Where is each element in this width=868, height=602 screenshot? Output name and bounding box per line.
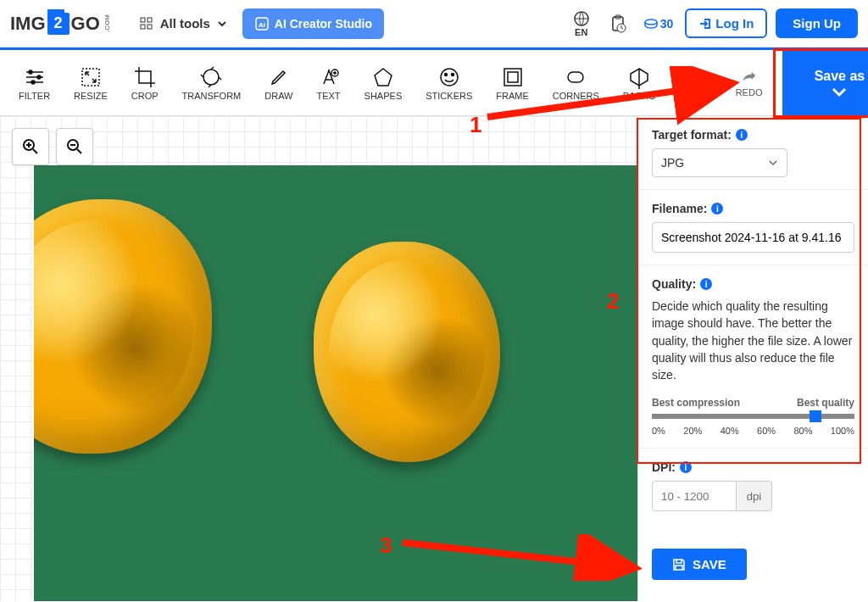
image-content	[314, 242, 500, 462]
credits-counter[interactable]: 30	[644, 17, 674, 31]
clipboard-history-button[interactable]	[600, 7, 637, 41]
globe-icon	[573, 10, 590, 27]
tool-text[interactable]: TEXT	[304, 65, 352, 101]
save-icon	[672, 558, 686, 571]
filename-input[interactable]	[652, 222, 854, 253]
info-icon[interactable]: i	[700, 278, 712, 290]
target-format-select[interactable]: JPG	[652, 148, 787, 177]
credits-value: 30	[660, 17, 674, 31]
tool-filter[interactable]: FILTER	[7, 65, 62, 101]
save-as-button[interactable]: Save as	[782, 51, 868, 115]
filename-label: Filename:i	[652, 202, 854, 215]
save-button[interactable]: SAVE	[652, 549, 747, 580]
svg-text:AI: AI	[259, 21, 265, 29]
coins-icon	[644, 19, 658, 29]
save-button-label: SAVE	[693, 557, 726, 571]
svg-line-26	[403, 543, 636, 568]
ai-icon: AI	[254, 16, 270, 31]
annotation-2: 2	[607, 288, 619, 315]
login-button[interactable]: Log In	[685, 8, 767, 38]
all-tools-label: All tools	[160, 16, 210, 31]
all-tools-dropdown[interactable]: All tools	[140, 16, 227, 31]
save-panel: Target format:i JPG Filename:i Quality:i…	[637, 116, 868, 601]
image-content	[34, 199, 212, 454]
svg-rect-2	[141, 25, 145, 29]
grid-icon	[140, 17, 153, 31]
save-as-label: Save as	[815, 69, 865, 84]
chevron-down-icon	[217, 19, 227, 29]
svg-line-25	[487, 83, 733, 117]
clipboard-clock-icon	[609, 14, 628, 33]
logo[interactable]: IMG 2 GO .COM	[10, 13, 116, 35]
zoom-out-button[interactable]	[56, 128, 93, 165]
svg-rect-3	[147, 25, 152, 29]
svg-rect-1	[147, 18, 152, 22]
annotation-1: 1	[470, 112, 481, 138]
canvas-area[interactable]	[0, 116, 637, 601]
chevron-down-icon	[832, 87, 847, 98]
language-label: EN	[575, 27, 587, 37]
logo-text-left: IMG	[10, 13, 46, 35]
tool-draw[interactable]: DRAW	[253, 65, 304, 101]
target-format-label: Target format:i	[652, 128, 854, 142]
svg-point-18	[444, 73, 447, 75]
svg-point-11	[29, 70, 32, 74]
best-compression-label: Best compression	[652, 397, 740, 409]
dpi-unit: dpi	[737, 481, 772, 511]
quality-description: Decide which quality the resulting image…	[652, 298, 854, 383]
target-format-value: JPG	[661, 156, 684, 170]
svg-rect-14	[82, 69, 99, 86]
dpi-input[interactable]	[652, 481, 737, 511]
logo-mid: 2	[47, 13, 70, 35]
svg-point-19	[451, 73, 453, 75]
svg-point-17	[441, 69, 458, 86]
annotation-arrow-1	[483, 66, 746, 125]
zoom-in-button[interactable]	[12, 128, 49, 165]
best-quality-label: Best quality	[797, 397, 854, 409]
login-icon	[698, 17, 712, 31]
tool-shapes[interactable]: SHAPES	[353, 65, 415, 101]
svg-point-12	[37, 75, 41, 79]
login-label: Log In	[715, 16, 754, 31]
svg-point-10	[645, 20, 657, 25]
info-icon[interactable]: i	[736, 129, 748, 141]
chevron-down-icon	[768, 158, 778, 168]
ai-studio-label: AI Creator Studio	[275, 17, 372, 31]
info-icon[interactable]: i	[680, 461, 692, 473]
annotation-arrow-3	[398, 534, 644, 581]
logo-text-right: GO	[71, 13, 100, 35]
info-icon[interactable]: i	[711, 203, 723, 215]
tool-stickers[interactable]: STICKERS	[414, 65, 484, 101]
quality-slider[interactable]	[652, 414, 854, 419]
dpi-label: DPI:i	[652, 460, 854, 474]
signup-button[interactable]: Sign Up	[776, 8, 858, 38]
signup-label: Sign Up	[793, 16, 841, 31]
slider-thumb[interactable]	[810, 410, 821, 422]
quality-label: Quality:i	[652, 277, 854, 291]
tool-resize[interactable]: RESIZE	[62, 65, 120, 101]
annotation-3: 3	[380, 532, 392, 559]
ai-creator-studio-button[interactable]: AI AI Creator Studio	[242, 8, 384, 39]
svg-point-13	[31, 81, 35, 84]
tool-transform[interactable]: TRANSFORM	[170, 65, 253, 101]
svg-point-15	[203, 70, 219, 85]
tool-crop[interactable]: CROP	[120, 65, 170, 101]
svg-rect-0	[141, 18, 145, 22]
language-button[interactable]: EN	[563, 7, 600, 41]
logo-com: .COM	[103, 14, 111, 32]
